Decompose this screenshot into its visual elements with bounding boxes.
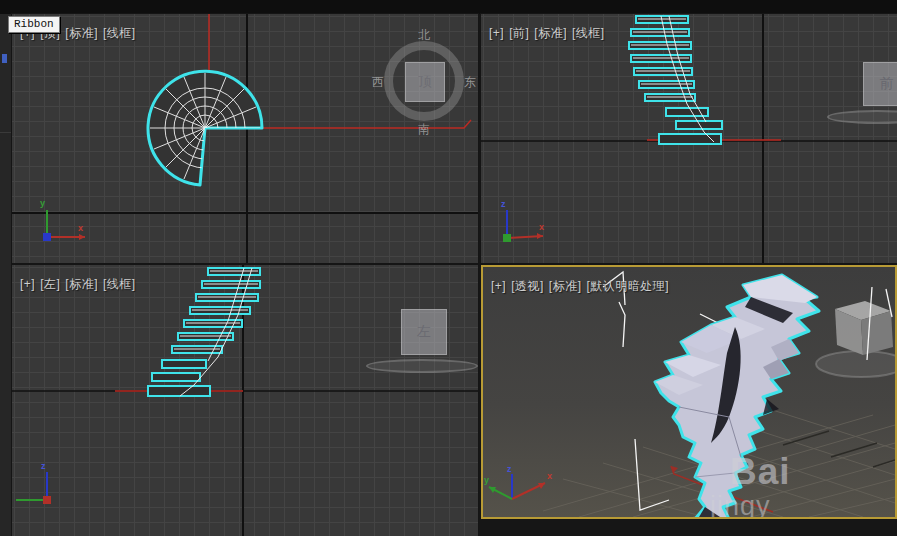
axis-x-label: x	[539, 222, 544, 232]
viewcube-west-label[interactable]: 西	[372, 74, 384, 91]
shading-button[interactable]: [线框]	[572, 26, 605, 40]
panel-divider	[0, 132, 12, 133]
view-name-button[interactable]: [前]	[509, 26, 529, 40]
axis-x-label: x	[547, 471, 552, 481]
watermark-line1: Bai	[730, 453, 791, 490]
viewport-top[interactable]: [+][顶][标准][线框]	[12, 14, 478, 263]
world-axis-tripod	[16, 472, 51, 504]
viewport-left[interactable]: [+][左][标准][线框]	[12, 265, 478, 536]
viewcube-front-face[interactable]: 前	[863, 62, 897, 106]
style-button[interactable]: [标准]	[549, 279, 582, 293]
shading-button[interactable]: [线框]	[103, 277, 136, 291]
3dsmax-viewport-area: Ribbon [+][顶][标准][线框]	[0, 0, 897, 536]
spiral-stair-object[interactable]	[148, 71, 262, 185]
watermark-line2: jingy	[710, 493, 771, 519]
style-button[interactable]: [标准]	[65, 26, 98, 40]
viewport-label: [+][透视][标准][默认明暗处理]	[491, 278, 674, 295]
panel-accent-mark	[2, 54, 7, 63]
shading-button[interactable]: [默认明暗处理]	[587, 279, 670, 293]
style-button[interactable]: [标准]	[534, 26, 567, 40]
style-button[interactable]: [标准]	[65, 277, 98, 291]
viewcube-face-label: 左	[417, 323, 431, 341]
view-name-button[interactable]: [透视]	[511, 279, 544, 293]
viewcube-top-face[interactable]: 顶	[405, 62, 445, 102]
viewcube-left-face[interactable]: 左	[401, 309, 447, 355]
viewcube-face-label: 前	[880, 75, 894, 93]
world-axis-tripod	[489, 474, 545, 499]
viewport-menu-button[interactable]: [+]	[489, 26, 504, 40]
spiral-stair-object[interactable]	[629, 16, 722, 144]
viewport-front[interactable]: [+][前][标准][线框]	[481, 14, 897, 263]
ribbon-tooltip: Ribbon	[8, 16, 60, 33]
world-axis-tripod	[503, 210, 543, 242]
viewcube-face-label: 顶	[418, 73, 432, 91]
viewport-label: [+][前][标准][线框]	[489, 25, 610, 42]
top-toolbar-edge	[0, 0, 897, 14]
perspective-canvas	[483, 267, 895, 517]
viewcube-east-label[interactable]: 东	[464, 74, 476, 91]
viewport-label: [+][左][标准][线框]	[20, 276, 141, 293]
viewcube-north-label[interactable]: 北	[418, 27, 430, 44]
viewport-perspective[interactable]: [+][透视][标准][默认明暗处理]	[481, 265, 897, 519]
axis-x-label: x	[78, 223, 83, 233]
axis-y-label: y	[484, 475, 489, 485]
viewport-menu-button[interactable]: [+]	[20, 277, 35, 291]
axis-z-label: z	[507, 464, 512, 474]
viewcube-south-label[interactable]: 南	[418, 121, 430, 138]
viewcube-compass-ring[interactable]	[366, 359, 478, 373]
viewcube[interactable]	[816, 301, 895, 377]
left-view-canvas	[12, 265, 478, 536]
view-name-button[interactable]: [左]	[40, 277, 60, 291]
axis-z-label: z	[501, 199, 506, 209]
shading-button[interactable]: [线框]	[103, 26, 136, 40]
viewport-menu-button[interactable]: [+]	[491, 279, 506, 293]
axis-z-label: z	[41, 461, 46, 471]
axis-y-label: y	[40, 198, 45, 208]
